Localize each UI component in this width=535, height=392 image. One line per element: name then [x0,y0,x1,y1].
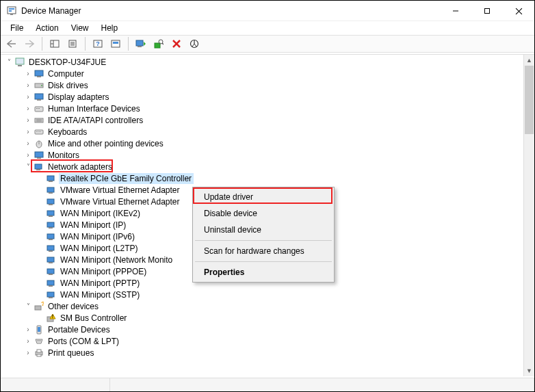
vertical-scrollbar[interactable]: ▲ ▼ [523,55,534,376]
svg-rect-28 [18,65,22,66]
tree-category-label: Ports (COM & LPT) [47,336,121,347]
scroll-down-button[interactable]: ▼ [524,365,534,376]
tree-root[interactable]: ˅ DESKTOP-U34FJUE [3,56,523,68]
context-update-driver[interactable]: Update driver [194,189,332,205]
tree-category-network-adapters[interactable]: ˅ Network adapters [3,161,523,172]
window-title: Device Manager [21,6,440,16]
tree-category[interactable]: ›Portable Devices [3,324,523,335]
expand-icon[interactable]: › [24,349,32,356]
svg-rect-59 [49,215,53,217]
context-menu: Update driver Disable device Uninstall d… [192,187,335,283]
tree-device-label: VMware Virtual Ethernet Adapter [59,196,182,207]
svg-rect-64 [47,246,54,250]
tree-category[interactable]: ›Disk drives [3,79,523,91]
expand-icon[interactable]: › [24,151,32,159]
help-toolbar-button[interactable]: ? [90,36,106,51]
tree-category[interactable]: ›Ports (COM & LPT) [3,335,523,347]
toolbar-button[interactable] [107,36,124,51]
svg-rect-48 [35,152,43,157]
svg-rect-5 [485,9,490,14]
scroll-thumb[interactable] [525,66,534,134]
statusbar-cell [1,378,110,391]
context-separator [195,261,332,262]
context-disable-device[interactable]: Disable device [194,205,332,222]
monitor-icon [34,68,44,79]
expand-icon[interactable]: › [24,70,32,77]
expand-icon[interactable]: › [24,116,32,124]
tree-device[interactable]: Realtek PCIe GbE Family Controller [3,172,523,184]
properties-toolbar-button[interactable] [64,36,81,51]
scroll-up-button[interactable]: ▲ [524,55,534,66]
tree-category[interactable]: ›Print queues [3,347,523,358]
svg-rect-72 [47,292,54,297]
app-icon [6,5,17,16]
maximize-button[interactable] [471,1,503,21]
collapse-icon[interactable]: ˅ [24,302,32,310]
svg-rect-30 [37,76,41,77]
back-button[interactable] [3,36,20,51]
tree-category[interactable]: ›IDE ATA/ATAPI controllers [3,114,523,126]
expand-icon[interactable]: › [24,140,32,147]
tree-device-label: WAN Miniport (PPTP) [59,278,142,289]
uninstall-toolbar-button[interactable] [168,36,185,51]
svg-rect-65 [49,250,53,252]
svg-rect-67 [49,262,53,263]
tree-category[interactable]: ›Human Interface Devices [3,103,523,114]
tree-category-other-devices[interactable]: ˅ ? Other devices [3,300,523,312]
svg-rect-79 [38,327,40,332]
network-adapter-icon [46,220,57,231]
expand-icon[interactable]: › [24,81,32,89]
context-uninstall-device[interactable]: Uninstall device [194,222,332,238]
expand-icon[interactable]: › [24,337,32,345]
tree-category[interactable]: ›Keyboards [3,126,523,138]
update-driver-toolbar-button[interactable] [133,36,149,51]
close-button[interactable] [503,1,534,21]
svg-rect-53 [49,181,53,182]
titlebar: Device Manager [1,1,534,21]
svg-rect-27 [16,58,24,64]
collapse-icon[interactable]: ˅ [24,163,32,170]
tree-device-sm-bus[interactable]: ! SM Bus Controller [3,312,523,324]
tree-category-label: Human Interface Devices [47,103,142,114]
network-adapter-icon [46,173,57,184]
svg-rect-38 [35,118,43,122]
show-hide-console-button[interactable] [47,36,63,51]
tree-device-label: VMware Virtual Ethernet Adapter [59,185,182,196]
context-scan-hardware[interactable]: Scan for hardware changes [194,243,332,259]
context-properties[interactable]: Properties [194,264,332,280]
minimize-button[interactable] [440,1,471,21]
tree-device[interactable]: WAN Miniport (SSTP) [3,289,523,300]
expand-icon[interactable]: › [24,128,32,135]
scan-hardware-toolbar-button[interactable] [151,36,167,51]
forward-button[interactable] [21,36,38,51]
tree-category-label: Print queues [47,348,96,358]
expand-icon[interactable]: › [24,105,32,112]
hid-icon [34,103,44,114]
svg-rect-63 [49,239,53,240]
svg-rect-73 [49,297,53,298]
warning-device-icon: ! [46,313,57,324]
tree-device-label: WAN Miniport (IKEv2) [59,208,142,219]
ide-icon [34,115,44,126]
svg-text:?: ? [96,40,100,47]
disable-toolbar-button[interactable] [186,36,203,51]
menu-view[interactable]: View [66,22,94,34]
svg-rect-61 [49,227,53,228]
tree-category[interactable]: ›Monitors [3,149,523,161]
menu-file[interactable]: File [5,22,29,34]
expand-icon[interactable]: › [24,326,32,333]
network-adapter-icon [46,185,57,196]
svg-rect-19 [136,40,143,46]
expand-icon[interactable]: › [24,93,32,101]
svg-rect-49 [37,157,41,159]
collapse-icon[interactable]: ˅ [5,58,13,66]
tree-category[interactable]: ›Mice and other pointing devices [3,138,523,149]
svg-rect-58 [47,211,54,215]
tree-category[interactable]: ›Computer [3,68,523,79]
svg-rect-51 [36,169,40,170]
svg-rect-42 [36,131,37,132]
svg-text:!: ! [52,314,53,319]
menu-action[interactable]: Action [30,22,64,34]
menu-help[interactable]: Help [96,22,124,34]
tree-category[interactable]: ›Display adapters [3,91,523,103]
